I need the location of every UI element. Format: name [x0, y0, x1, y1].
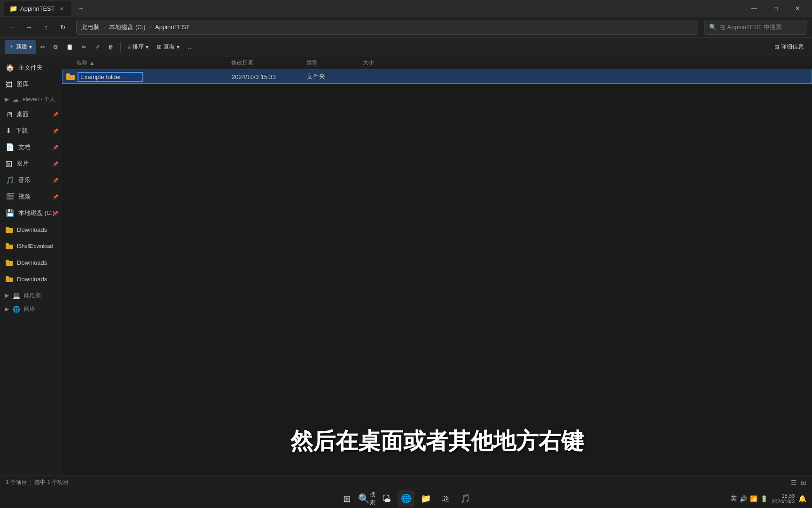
sidebar-item-local-disk[interactable]: 💾 本地磁盘 (C:) 📌: [2, 205, 60, 221]
share-button[interactable]: ↗: [91, 40, 103, 54]
media-button[interactable]: 🎵: [457, 490, 474, 507]
file-list-header: 名称 ▲ 修改日期 类型 大小: [62, 56, 812, 70]
refresh-button[interactable]: ↻: [55, 20, 70, 35]
sidebar-cloud-label: eleven · 个人: [23, 95, 55, 103]
sidebar-pictures-label: 图片: [16, 159, 29, 168]
pin-icon-downloads: 📌: [53, 128, 58, 134]
delete-button[interactable]: 🗑: [104, 40, 117, 54]
file-explorer-button[interactable]: 📁: [417, 490, 434, 507]
wifi-icon: 📶: [750, 495, 757, 502]
sidebar-item-pictures[interactable]: 🖼 图片 📌: [2, 156, 60, 172]
subtitle-text: 然后在桌面或者其他地方右键: [62, 426, 812, 456]
maximize-button[interactable]: □: [765, 0, 787, 17]
more-button[interactable]: ...: [184, 40, 196, 54]
cut-button[interactable]: ✂: [37, 40, 49, 54]
browser-button[interactable]: 🌐: [398, 490, 414, 507]
details-button[interactable]: ⊟ 详细信息: [771, 40, 807, 54]
expand-icon-pc: ▶: [5, 292, 9, 299]
copy-button[interactable]: ⧉: [50, 40, 62, 54]
sidebar-item-downloads1[interactable]: Downloads: [2, 222, 60, 238]
sidebar-item-downloads[interactable]: ⬇ 下载 📌: [2, 123, 60, 139]
paste-button[interactable]: 📋: [62, 40, 77, 54]
folder-icon-downloads3: [6, 276, 13, 282]
subtitle-content: 然后在桌面或者其他地方右键: [290, 429, 584, 453]
sidebar-item-downloads2[interactable]: Downloads: [2, 254, 60, 270]
new-button[interactable]: ＋ 新建 ▾: [5, 40, 36, 54]
sidebar-cloud-section[interactable]: ▶ ☁ eleven · 个人: [2, 93, 60, 106]
sidebar-item-downloads3[interactable]: Downloads: [2, 271, 60, 287]
view-icon: ⊞: [157, 44, 162, 50]
rename-input[interactable]: [78, 72, 143, 82]
sort-button[interactable]: ≡ 排序 ▾: [124, 40, 152, 54]
sys-tray: 英 🔊 📶 🔋: [731, 494, 768, 503]
rename-button[interactable]: ✏: [78, 40, 90, 54]
browser-icon: 🌐: [401, 493, 411, 504]
close-button[interactable]: ✕: [787, 0, 808, 17]
sidebar-this-pc-section[interactable]: ▶ 💻 此电脑: [2, 289, 60, 302]
sidebar-item-desktop[interactable]: 🖥 桌面 📌: [2, 106, 60, 122]
col-header-type[interactable]: 类型: [306, 59, 363, 67]
tab-title: AppinnTEST: [20, 5, 55, 12]
col-header-name[interactable]: 名称 ▲: [62, 59, 231, 67]
col-name-label: 名称: [76, 59, 87, 67]
rename-icon: ✏: [82, 44, 86, 50]
col-header-date[interactable]: 修改日期: [231, 59, 306, 67]
active-tab[interactable]: 📁 AppinnTEST ✕: [4, 1, 71, 16]
search-button[interactable]: 🔍 搜索: [358, 490, 375, 507]
statusbar: 1 个项目 | 选中 1 个项目 ☰ ⊞: [0, 475, 812, 489]
documents-icon: 📄: [6, 143, 15, 151]
sidebar-downloads1-label: Downloads: [17, 226, 47, 233]
forward-button[interactable]: →: [22, 20, 37, 35]
main-layout: 🏠 主文件夹 🖼 图库 ▶ ☁ eleven · 个人 🖥 桌面 📌 ⬇ 下载 …: [0, 56, 812, 494]
sidebar-item-home[interactable]: 🏠 主文件夹: [2, 60, 60, 76]
nav-toolbar: ← → ↑ ↻ 此电脑 › 本地磁盘 (C:) › AppinnTEST 🔍 在…: [0, 17, 812, 38]
col-type-label: 类型: [306, 59, 318, 66]
file-name-cell: [62, 72, 232, 82]
view-label: 查看: [164, 43, 175, 51]
statusbar-selected: 选中 1 个项目: [34, 478, 69, 486]
add-tab-button[interactable]: +: [75, 2, 88, 15]
up-button[interactable]: ↑: [39, 20, 54, 35]
breadcrumb-current: AppinnTEST: [155, 24, 190, 31]
notif-icon[interactable]: 🔔: [798, 495, 806, 502]
pin-icon-music: 📌: [53, 178, 58, 183]
search-icon: 🔍: [709, 24, 717, 31]
table-row[interactable]: 2024/10/3 15:33 文件夹: [62, 70, 812, 84]
cut-icon: ✂: [40, 44, 45, 50]
close-tab-button[interactable]: ✕: [58, 5, 65, 12]
content-area: 名称 ▲ 修改日期 类型 大小 2024/10/3 15:33 文件: [62, 56, 812, 494]
store-button[interactable]: 🛍: [437, 490, 454, 507]
sidebar-network-section[interactable]: ▶ 🌐 网络: [2, 302, 60, 316]
col-date-label: 修改日期: [231, 59, 254, 66]
back-button[interactable]: ←: [5, 20, 20, 35]
folder-icon-downloads2: [6, 260, 13, 266]
widgets-button[interactable]: 🌤: [378, 490, 395, 507]
sidebar-item-videos[interactable]: 🎬 视频 📌: [2, 189, 60, 205]
expand-icon-net: ▶: [5, 306, 9, 312]
copy-icon: ⧉: [54, 44, 58, 50]
expand-icon: ▶: [5, 96, 9, 103]
sidebar-item-ishell[interactable]: IShellDownload: [2, 238, 60, 254]
view-grid-icon[interactable]: ⊞: [801, 479, 806, 486]
file-type: 文件夹: [307, 73, 325, 80]
col-header-size[interactable]: 大小: [363, 59, 410, 67]
col-size-label: 大小: [363, 59, 374, 66]
start-button[interactable]: ⊞: [338, 490, 355, 507]
folder-icon-example: [66, 73, 75, 80]
sidebar-downloads3-label: Downloads: [17, 276, 47, 283]
address-bar[interactable]: 此电脑 › 本地磁盘 (C:) › AppinnTEST: [76, 20, 698, 35]
lang-indicator: 英: [731, 494, 737, 503]
view-button[interactable]: ⊞ 查看 ▾: [153, 40, 183, 54]
details-label: 详细信息: [781, 43, 804, 51]
search-bar[interactable]: 🔍 在 AppinnTEST 中搜索: [704, 20, 807, 35]
view-list-icon[interactable]: ☰: [791, 479, 797, 486]
sidebar-item-music[interactable]: 🎵 音乐 📌: [2, 172, 60, 188]
desktop-icon: 🖥: [6, 111, 13, 119]
toolbar-divider: [120, 42, 121, 52]
breadcrumb-disk[interactable]: 本地磁盘 (C:): [109, 23, 145, 32]
sidebar-item-gallery[interactable]: 🖼 图库: [2, 76, 60, 92]
breadcrumb-pc[interactable]: 此电脑: [81, 23, 100, 32]
minimize-button[interactable]: —: [743, 0, 765, 17]
sort-indicator: ▲: [89, 60, 95, 66]
sidebar-item-documents[interactable]: 📄 文档 📌: [2, 139, 60, 155]
